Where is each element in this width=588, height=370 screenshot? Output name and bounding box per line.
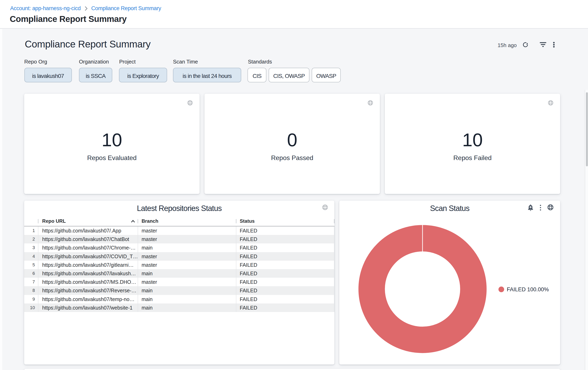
svg-text:FAILED 100.00%: FAILED 100.00%: [507, 286, 549, 292]
